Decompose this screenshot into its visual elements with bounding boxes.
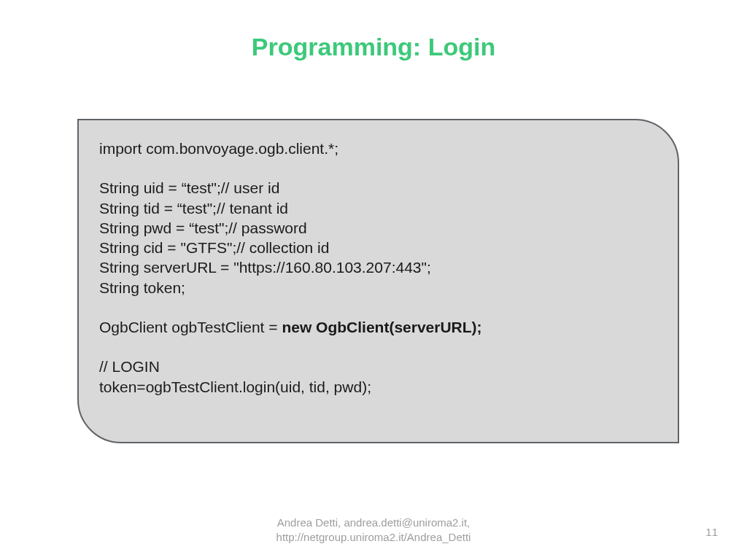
code-block: import com.bonvoyage.ogb.client.*; Strin… — [77, 119, 679, 443]
code-line: // LOGIN — [99, 357, 657, 376]
code-line: String tid = “test";// tenant id — [99, 198, 657, 218]
slide: Programming: Login import com.bonvoyage.… — [0, 0, 747, 560]
page-number: 11 — [705, 526, 718, 538]
footer-line: http://netgroup.uniroma2.it/Andrea_Detti — [0, 530, 747, 545]
code-line: token=ogbTestClient.login(uid, tid, pwd)… — [99, 377, 657, 397]
code-line: String pwd = “test";// password — [99, 218, 657, 238]
code-blank — [99, 337, 657, 357]
code-blank — [99, 158, 657, 178]
code-line: OgbClient ogbTestClient = new OgbClient(… — [99, 317, 657, 337]
code-bold: new OgbClient(serverURL); — [282, 319, 481, 335]
code-line: import com.bonvoyage.ogb.client.*; — [99, 139, 657, 158]
code-line: String serverURL = "https://160.80.103.2… — [99, 257, 657, 277]
slide-title: Programming: Login — [0, 33, 747, 61]
code-line: String token; — [99, 278, 657, 298]
code-line: String uid = “test";// user id — [99, 178, 657, 198]
code-line: String cid = "GTFS";// collection id — [99, 238, 657, 257]
footer-line: Andrea Detti, andrea.detti@uniroma2.it, — [0, 516, 747, 530]
code-blank — [99, 298, 657, 317]
code-text: OgbClient ogbTestClient = — [99, 319, 282, 335]
footer: Andrea Detti, andrea.detti@uniroma2.it, … — [0, 516, 747, 544]
